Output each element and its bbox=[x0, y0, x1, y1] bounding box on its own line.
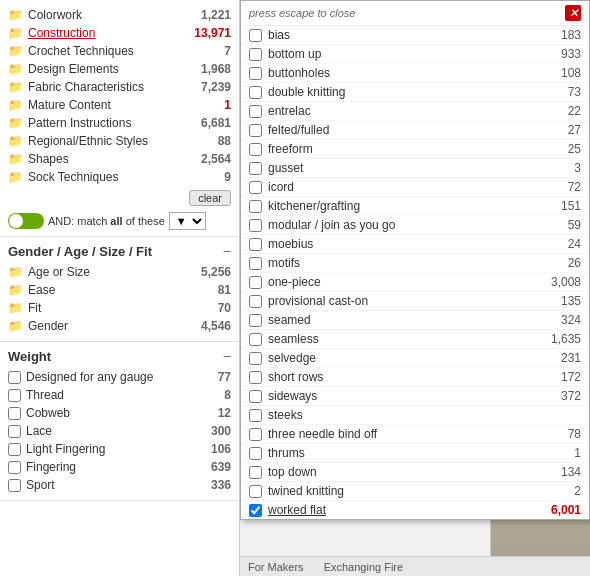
weight-item-fingering[interactable]: Fingering 639 bbox=[8, 458, 231, 476]
dropdown-item[interactable]: modular / join as you go59 bbox=[241, 216, 589, 235]
sidebar-item-fabric[interactable]: 📁 Fabric Characteristics 7,239 bbox=[8, 78, 231, 96]
dropdown-item[interactable]: three needle bind off78 bbox=[241, 425, 589, 444]
dropdown-item[interactable]: moebius24 bbox=[241, 235, 589, 254]
sidebar-item-shapes[interactable]: 📁 Shapes 2,564 bbox=[8, 150, 231, 168]
dropdown-item[interactable]: motifs26 bbox=[241, 254, 589, 273]
dropdown-item[interactable]: twined knitting2 bbox=[241, 482, 589, 501]
item-label: Ease bbox=[28, 283, 196, 297]
dropdown-checkbox[interactable] bbox=[249, 504, 262, 517]
close-button[interactable]: ✕ bbox=[565, 5, 581, 21]
dropdown-item[interactable]: short rows172 bbox=[241, 368, 589, 387]
dropdown-checkbox[interactable] bbox=[249, 48, 262, 61]
dropdown-checkbox[interactable] bbox=[249, 314, 262, 327]
weight-checkbox-cobweb[interactable] bbox=[8, 407, 21, 420]
dropdown-checkbox[interactable] bbox=[249, 447, 262, 460]
dropdown-item[interactable]: thrums1 bbox=[241, 444, 589, 463]
dropdown-item-count: 172 bbox=[541, 370, 581, 384]
collapse-icon[interactable]: − bbox=[223, 243, 231, 259]
weight-item-sport[interactable]: Sport 336 bbox=[8, 476, 231, 494]
dropdown-checkbox[interactable] bbox=[249, 67, 262, 80]
dropdown-checkbox[interactable] bbox=[249, 105, 262, 118]
item-count: 106 bbox=[196, 442, 231, 456]
dropdown-item[interactable]: bottom up933 bbox=[241, 45, 589, 64]
dropdown-checkbox[interactable] bbox=[249, 485, 262, 498]
dropdown-checkbox[interactable] bbox=[249, 390, 262, 403]
dropdown-item[interactable]: buttonholes108 bbox=[241, 64, 589, 83]
weight-checkbox-lace[interactable] bbox=[8, 425, 21, 438]
weight-item-cobweb[interactable]: Cobweb 12 bbox=[8, 404, 231, 422]
dropdown-item[interactable]: steeks bbox=[241, 406, 589, 425]
weight-checkbox-gauge[interactable] bbox=[8, 371, 21, 384]
folder-icon: 📁 bbox=[8, 8, 24, 22]
sidebar-item-regional[interactable]: 📁 Regional/Ethnic Styles 88 bbox=[8, 132, 231, 150]
dropdown-item[interactable]: kitchener/grafting151 bbox=[241, 197, 589, 216]
sidebar-item-fit[interactable]: 📁 Fit 70 bbox=[8, 299, 231, 317]
dropdown-checkbox[interactable] bbox=[249, 295, 262, 308]
dropdown-checkbox[interactable] bbox=[249, 29, 262, 42]
weight-item-thread[interactable]: Thread 8 bbox=[8, 386, 231, 404]
dropdown-checkbox[interactable] bbox=[249, 124, 262, 137]
dropdown-item[interactable]: bias183 bbox=[241, 26, 589, 45]
weight-collapse-icon[interactable]: − bbox=[223, 348, 231, 364]
dropdown-checkbox[interactable] bbox=[249, 143, 262, 156]
dropdown-item[interactable]: freeform25 bbox=[241, 140, 589, 159]
clear-button[interactable]: clear bbox=[189, 190, 231, 206]
dropdown-checkbox[interactable] bbox=[249, 238, 262, 251]
dropdown-checkbox[interactable] bbox=[249, 371, 262, 384]
folder-icon: 📁 bbox=[8, 319, 24, 333]
dropdown-item-label: freeform bbox=[268, 142, 541, 156]
dropdown-checkbox[interactable] bbox=[249, 181, 262, 194]
dropdown-checkbox[interactable] bbox=[249, 276, 262, 289]
dropdown-checkbox[interactable] bbox=[249, 409, 262, 422]
dropdown-item[interactable]: seamed324 bbox=[241, 311, 589, 330]
sidebar-item-construction[interactable]: 📁 Construction 13,971 bbox=[8, 24, 231, 42]
weight-item-lightfingering[interactable]: Light Fingering 106 bbox=[8, 440, 231, 458]
weight-checkbox-sport[interactable] bbox=[8, 479, 21, 492]
dropdown-item-count: 231 bbox=[541, 351, 581, 365]
dropdown-item[interactable]: double knitting73 bbox=[241, 83, 589, 102]
dropdown-item[interactable]: worked flat6,001 bbox=[241, 501, 589, 520]
item-label: Cobweb bbox=[26, 406, 196, 420]
dropdown-items-container: bias183bottom up933buttonholes108double … bbox=[241, 26, 589, 520]
and-toggle[interactable] bbox=[8, 213, 44, 229]
dropdown-item[interactable]: selvedge231 bbox=[241, 349, 589, 368]
dropdown-checkbox[interactable] bbox=[249, 86, 262, 99]
sidebar-item-age[interactable]: 📁 Age or Size 5,256 bbox=[8, 263, 231, 281]
item-label: Fit bbox=[28, 301, 196, 315]
dropdown-checkbox[interactable] bbox=[249, 200, 262, 213]
weight-checkbox-thread[interactable] bbox=[8, 389, 21, 402]
sidebar-item-design[interactable]: 📁 Design Elements 1,968 bbox=[8, 60, 231, 78]
sidebar-item-mature[interactable]: 📁 Mature Content 1 bbox=[8, 96, 231, 114]
sidebar-item-gender[interactable]: 📁 Gender 4,546 bbox=[8, 317, 231, 335]
dropdown-item[interactable]: felted/fulled27 bbox=[241, 121, 589, 140]
dropdown-item[interactable]: icord72 bbox=[241, 178, 589, 197]
dropdown-checkbox[interactable] bbox=[249, 352, 262, 365]
weight-item-gauge[interactable]: Designed for any gauge 77 bbox=[8, 368, 231, 386]
sidebar-item-pattern[interactable]: 📁 Pattern Instructions 6,681 bbox=[8, 114, 231, 132]
match-dropdown[interactable]: ▼ bbox=[169, 212, 206, 230]
footer-left: For Makers bbox=[248, 561, 304, 573]
folder-icon: 📁 bbox=[8, 98, 24, 112]
dropdown-item[interactable]: seamless1,635 bbox=[241, 330, 589, 349]
dropdown-item[interactable]: one-piece3,008 bbox=[241, 273, 589, 292]
weight-item-lace[interactable]: Lace 300 bbox=[8, 422, 231, 440]
dropdown-item[interactable]: provisional cast-on135 bbox=[241, 292, 589, 311]
dropdown-checkbox[interactable] bbox=[249, 466, 262, 479]
dropdown-item[interactable]: entrelac22 bbox=[241, 102, 589, 121]
dropdown-item[interactable]: top down134 bbox=[241, 463, 589, 482]
dropdown-checkbox[interactable] bbox=[249, 219, 262, 232]
dropdown-checkbox[interactable] bbox=[249, 162, 262, 175]
footer-right: Exchanging Fire bbox=[324, 561, 404, 573]
dropdown-item[interactable]: gusset3 bbox=[241, 159, 589, 178]
weight-section-title: Weight bbox=[8, 349, 51, 364]
sidebar-item-ease[interactable]: 📁 Ease 81 bbox=[8, 281, 231, 299]
sidebar-item-colorwork[interactable]: 📁 Colorwork 1,221 bbox=[8, 6, 231, 24]
dropdown-checkbox[interactable] bbox=[249, 428, 262, 441]
weight-checkbox-fingering[interactable] bbox=[8, 461, 21, 474]
dropdown-checkbox[interactable] bbox=[249, 257, 262, 270]
dropdown-item[interactable]: sideways372 bbox=[241, 387, 589, 406]
sidebar-item-sock[interactable]: 📁 Sock Techniques 9 bbox=[8, 168, 231, 186]
dropdown-checkbox[interactable] bbox=[249, 333, 262, 346]
sidebar-item-crochet[interactable]: 📁 Crochet Techniques 7 bbox=[8, 42, 231, 60]
weight-checkbox-lightfingering[interactable] bbox=[8, 443, 21, 456]
